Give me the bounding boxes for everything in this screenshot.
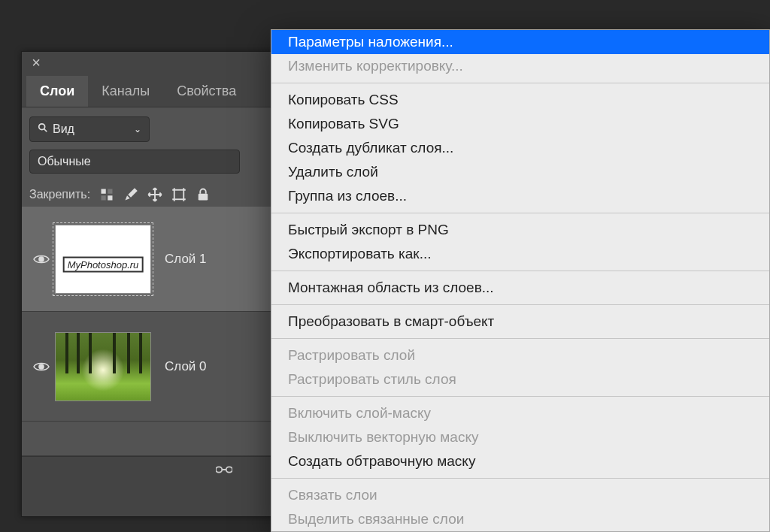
svg-line-1 [44, 129, 47, 132]
visibility-toggle[interactable] [28, 207, 55, 311]
menu-blending-options[interactable]: Параметры наложения... [271, 30, 769, 54]
forest-image-thumb [56, 333, 150, 401]
menu-separator [271, 478, 769, 479]
tab-properties[interactable]: Свойства [163, 76, 250, 107]
menu-separator [271, 338, 769, 339]
menu-select-linked-layers: Выделить связанные слои [271, 507, 769, 531]
svg-rect-3 [108, 189, 112, 194]
tab-channels[interactable]: Каналы [88, 76, 163, 107]
thumbnail-watermark: MyPhotoshop.ru [63, 256, 144, 272]
menu-delete-layer[interactable]: Удалить слой [271, 160, 769, 184]
menu-export-as[interactable]: Экспортировать как... [271, 242, 769, 266]
menu-artboard-from-layers[interactable]: Монтажная область из слоев... [271, 276, 769, 300]
svg-rect-7 [199, 194, 208, 201]
layer-kind-filter[interactable]: Вид ⌄ [29, 116, 150, 142]
menu-create-clipping-mask[interactable]: Создать обтравочную маску [271, 449, 769, 473]
lock-label: Закрепить: [29, 188, 90, 201]
layer-thumbnail[interactable]: MyPhotoshop.ru [55, 225, 151, 294]
lock-artboard-icon[interactable] [171, 187, 186, 202]
menu-separator [271, 213, 769, 213]
link-layers-icon[interactable] [216, 461, 232, 481]
layer-name[interactable]: Слой 0 [165, 359, 207, 374]
blend-mode-value: Обычные [38, 155, 91, 168]
svg-point-0 [39, 124, 45, 130]
menu-separator [271, 304, 769, 305]
menu-separator [271, 271, 769, 271]
blend-mode-select[interactable]: Обычные [29, 150, 240, 174]
menu-group-from-layers[interactable]: Группа из слоев... [271, 184, 769, 208]
menu-edit-adjustment: Изменить корректировку... [271, 54, 769, 78]
menu-copy-svg[interactable]: Копировать SVG [271, 112, 769, 136]
svg-rect-4 [102, 195, 106, 200]
menu-link-layers: Связать слои [271, 483, 769, 507]
svg-rect-6 [174, 190, 184, 200]
lock-position-icon[interactable] [147, 187, 162, 202]
menu-rasterize-layer-style: Растрировать стиль слоя [271, 367, 769, 391]
menu-quick-export-png[interactable]: Быстрый экспорт в PNG [271, 218, 769, 242]
visibility-toggle[interactable] [28, 312, 55, 421]
menu-disable-vector-mask: Выключить векторную маску [271, 425, 769, 449]
menu-duplicate-layer[interactable]: Создать дубликат слоя... [271, 136, 769, 160]
filter-kind-label: Вид [53, 122, 74, 136]
layer-name[interactable]: Слой 1 [165, 252, 207, 267]
svg-rect-2 [102, 189, 106, 194]
tab-layers[interactable]: Слои [26, 76, 88, 107]
menu-separator [271, 83, 769, 83]
svg-point-8 [39, 257, 44, 261]
menu-copy-css[interactable]: Копировать CSS [271, 88, 769, 112]
menu-convert-smart-object[interactable]: Преобразовать в смарт-объект [271, 310, 769, 334]
lock-all-icon[interactable] [196, 187, 211, 202]
menu-enable-layer-mask: Включить слой-маску [271, 401, 769, 425]
chevron-down-icon: ⌄ [134, 124, 141, 135]
layer-thumbnail[interactable] [55, 332, 151, 401]
svg-rect-5 [108, 195, 112, 200]
close-icon[interactable] [26, 55, 46, 73]
lock-pixels-icon[interactable] [99, 187, 114, 202]
lock-brush-icon[interactable] [123, 187, 138, 202]
layer-context-menu: Параметры наложения... Изменить корректи… [271, 29, 770, 532]
menu-separator [271, 396, 769, 397]
menu-rasterize-layer: Растрировать слой [271, 343, 769, 367]
search-icon [38, 122, 48, 136]
svg-point-9 [39, 364, 44, 369]
